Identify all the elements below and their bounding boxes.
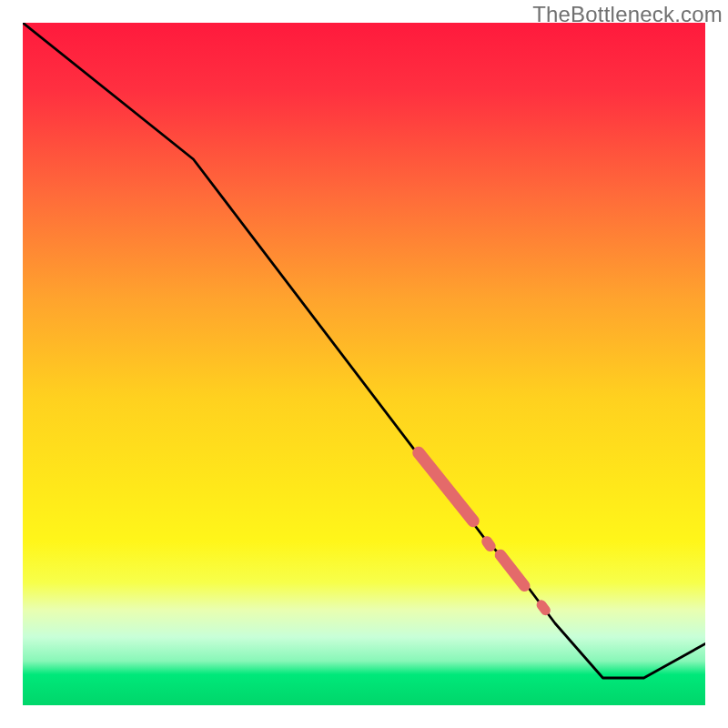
marker-dot (541, 605, 546, 611)
watermark-text: TheBottleneck.com (532, 2, 723, 27)
marker-dot (487, 541, 490, 546)
chart-svg (23, 23, 705, 705)
chart-stage: TheBottleneck.com (0, 0, 728, 728)
gradient-background (23, 23, 705, 705)
plot-area (23, 23, 705, 705)
